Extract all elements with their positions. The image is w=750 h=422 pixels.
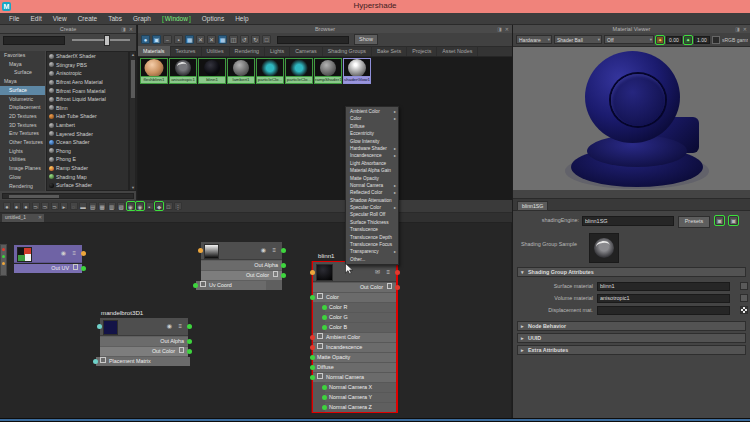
offscreen-node-edge[interactable] (0, 244, 7, 276)
browser-tab[interactable]: Shading Groups (323, 46, 372, 56)
toolbar-icon[interactable]: □ (165, 202, 173, 210)
output-port[interactable] (395, 285, 400, 290)
node-attr-row[interactable]: Color B (325, 323, 396, 332)
context-menu-item[interactable]: Incandescence ▸ (346, 152, 398, 159)
toolbar-icon[interactable]: ▨ (117, 202, 125, 210)
node-row[interactable]: Out Alpha (201, 261, 282, 270)
input-port[interactable] (93, 359, 98, 364)
node-row[interactable]: Placement Matrix (96, 357, 190, 366)
browser-tab[interactable]: Materials (138, 46, 171, 56)
context-menu-item[interactable]: Light Absorbance ▸ (346, 160, 398, 167)
material-swatch[interactable]: particleClo... (285, 58, 313, 84)
input-port[interactable] (322, 405, 327, 410)
hscroll-thumb[interactable] (9, 195, 59, 198)
toolbar-icon[interactable]: ↻ (251, 35, 260, 44)
node-attr-row[interactable]: Normal Camera Z (325, 403, 396, 412)
output-port[interactable] (281, 263, 286, 268)
material-thumbnail[interactable] (285, 58, 313, 77)
context-menu-item[interactable]: Eccentricity ▸ (346, 130, 398, 137)
node-attr-row[interactable]: Matte Opacity (313, 353, 396, 362)
renderer-dropdown[interactable]: Hardware (516, 35, 552, 44)
tree-item[interactable]: Other Textures (0, 138, 45, 147)
shader-list-item[interactable]: Bifrost Liquid Material (47, 95, 128, 104)
input-port[interactable] (310, 355, 315, 360)
exposure-value[interactable]: 0.00 (666, 36, 682, 44)
tree-item[interactable]: Maya (0, 77, 45, 86)
scroll-down-icon[interactable]: ▼ (130, 185, 136, 190)
toolbar-icon[interactable]: ↺ (240, 35, 249, 44)
toolbar-icon[interactable]: ▪ (174, 35, 183, 44)
context-menu-item[interactable]: Hardware Shader ▸ (346, 145, 398, 152)
menu-item[interactable]: Create (73, 13, 103, 24)
input-port[interactable] (193, 283, 198, 288)
tree-item[interactable]: Displacement (0, 103, 45, 112)
toolbar-icon[interactable]: ▸ (60, 202, 68, 210)
shader-list-item[interactable]: Bifrost Foam Material (47, 86, 128, 95)
material-thumbnail[interactable] (198, 58, 226, 77)
browser-tab[interactable]: Projects (407, 46, 437, 56)
context-menu-item[interactable]: Color ▸ (346, 115, 398, 122)
toolbar-icon[interactable]: ● (3, 202, 11, 210)
output-port[interactable] (187, 324, 192, 329)
browser-tab[interactable]: Utilities (202, 46, 230, 56)
shader-list-item[interactable]: Phong (47, 147, 128, 156)
create-search-input[interactable] (3, 36, 65, 45)
material-swatch[interactable]: lambert1 (227, 58, 255, 84)
geometry-dropdown[interactable]: Shader Ball (554, 35, 602, 44)
tree-item[interactable]: Favorites (0, 51, 45, 60)
material-swatch[interactable]: fleshblinn1 (140, 58, 168, 84)
node-mandelbrot3d1[interactable]: ◉ ≡ Out Alpha Out Color Placement Matrix (100, 318, 188, 366)
input-port[interactable] (198, 248, 203, 253)
material-thumbnail[interactable] (256, 58, 284, 77)
tree-item[interactable]: Lights (0, 147, 45, 156)
browser-tab[interactable]: Lights (265, 46, 290, 56)
menu-item[interactable]: Window (157, 13, 196, 24)
material-thumbnail[interactable] (227, 58, 255, 77)
menu-item[interactable]: Edit (25, 13, 46, 24)
shader-list-item[interactable]: Shading Map (47, 172, 128, 181)
toolbar-icon[interactable]: ▣ (152, 35, 161, 44)
node-editor-canvas[interactable]: ◉ ≡ Out UV ◉ ≡ Out (0, 222, 512, 418)
close-icon[interactable]: ✕ (743, 25, 747, 33)
swatch-toggle-icon[interactable]: ◉ (61, 248, 66, 258)
context-menu-item[interactable]: Transparency ▸ (346, 248, 398, 255)
node-row[interactable]: Out Alpha (100, 337, 188, 346)
title-bar[interactable]: M Hypershade (0, 0, 750, 13)
toolbar-icon[interactable]: ✕ (207, 35, 216, 44)
material-swatch[interactable]: particleClo... (256, 58, 284, 84)
node-row[interactable]: Out UV (14, 264, 82, 273)
tree-item[interactable]: 2D Textures (0, 112, 45, 121)
input-port[interactable] (310, 295, 315, 300)
output-port[interactable] (81, 266, 86, 271)
context-menu-item[interactable]: Translucence Depth ▸ (346, 234, 398, 241)
node-attr-row[interactable]: Ambient Color (313, 333, 396, 342)
tree-item[interactable]: Rendering (0, 182, 45, 191)
context-menu-item[interactable]: Material Alpha Gain ▸ (346, 167, 398, 174)
toolbar-icon[interactable]: ● (13, 202, 21, 210)
node-attr-row[interactable]: Color R (325, 303, 396, 312)
node-menu-icon[interactable]: ≡ (272, 245, 276, 255)
close-icon[interactable]: ✕ (505, 25, 509, 33)
output-port[interactable] (187, 349, 192, 354)
toolbar-icon[interactable]: ▥ (108, 202, 116, 210)
section-uuid[interactable]: UUID (517, 333, 746, 343)
material-swatch[interactable]: anisotropic1 (169, 58, 197, 84)
context-menu-item[interactable]: Specular Roll Off ▸ (346, 211, 398, 218)
connection-button[interactable] (740, 282, 748, 290)
output-port[interactable] (395, 270, 400, 275)
input-port[interactable] (322, 305, 327, 310)
gamma-icon[interactable]: ✦ (684, 36, 692, 44)
toolbar-icon[interactable]: ◫ (229, 35, 238, 44)
surface-material-input[interactable] (597, 282, 730, 291)
node-menu-icon[interactable]: ≡ (178, 321, 182, 331)
menu-item[interactable]: View (48, 13, 72, 24)
shader-list-item[interactable]: Stingray PBS (47, 61, 128, 70)
render-icon[interactable]: ✉ (375, 267, 380, 277)
tab-close-icon[interactable]: ✕ (38, 214, 42, 222)
browser-tab[interactable]: Asset Nodes (437, 46, 478, 56)
toolbar-icon[interactable]: ▬ (79, 202, 87, 210)
srgb-checkbox[interactable] (712, 36, 720, 44)
context-menu-item[interactable]: Normal Camera ▸ (346, 182, 398, 189)
swatch-size-slider[interactable] (72, 39, 130, 41)
browser-tab[interactable]: Cameras (290, 46, 323, 56)
